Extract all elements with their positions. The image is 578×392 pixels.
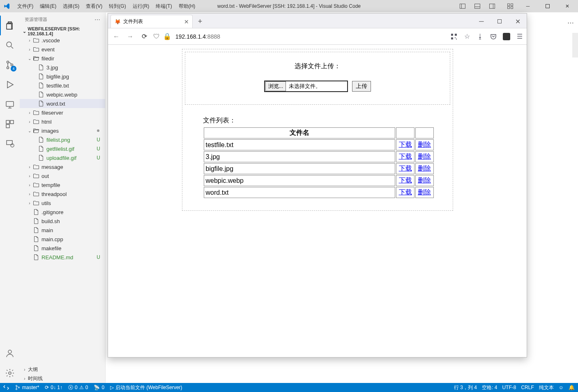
status-feedback-icon[interactable]: ☺ [559,384,564,391]
download-link[interactable]: 下载 [399,165,412,172]
status-problems[interactable]: ⓧ0⚠0 [68,384,88,391]
status-ports[interactable]: 📡0 [94,385,104,390]
status-lang[interactable]: 纯文本 [539,384,554,391]
tree-file[interactable]: main [20,226,105,235]
tree-folder[interactable]: ›utils [20,198,105,208]
status-remote[interactable] [3,385,9,390]
tree-folder[interactable]: ›threadpool [20,189,105,198]
chevron-icon: ⌄ [26,56,33,61]
activity-account[interactable] [0,344,20,363]
delete-link[interactable]: 删除 [418,165,431,172]
status-spaces[interactable]: 空格: 4 [482,384,497,391]
window-minimize-button[interactable]: ─ [519,0,537,12]
browser-minimize-button[interactable]: ─ [472,15,490,28]
status-position[interactable]: 行 3，列 4 [454,384,477,391]
tree-file[interactable]: getfilelist.gifU [20,144,105,153]
minimap[interactable] [572,33,578,58]
tree-file[interactable]: makefile [20,244,105,253]
download-link[interactable]: 下载 [399,153,412,160]
tree-folder[interactable]: ›tempfile [20,180,105,189]
sidebar-header-more-icon[interactable]: ⋯ [94,16,100,23]
activity-scm[interactable]: 4 [0,55,20,75]
download-link[interactable]: 下载 [399,189,412,196]
tree-folder[interactable]: ›html [20,117,105,126]
layout-sidebarright-icon[interactable] [485,0,499,12]
activity-remote2[interactable] [0,134,20,154]
tree-file[interactable]: main.cpp [20,235,105,244]
status-branch[interactable]: master* [15,385,39,390]
file-input[interactable]: 浏览... 未选择文件。 [264,81,348,92]
tree-file[interactable]: testfile.txt [20,81,105,90]
nav-back-button[interactable]: ← [111,32,121,42]
layout-customize-icon[interactable] [503,0,517,12]
url-bar[interactable]: 192.168.1.4:8888 [175,33,220,40]
nav-reload-button[interactable]: ⟳ [139,32,149,42]
tree-file[interactable]: build.sh [20,217,105,226]
download-link[interactable]: 下载 [399,177,412,184]
status-bell-icon[interactable]: 🔔 [569,384,575,391]
project-section[interactable]: ⌄ WEBFILESERVER [SSH: 192.168.1.4] [20,27,105,36]
nav-forward-button[interactable]: → [125,32,135,42]
downloads-icon[interactable]: ⭳ [477,33,484,40]
layout-sidebarleft-icon[interactable] [456,0,470,12]
tree-folder[interactable]: ›.vscode [20,36,105,45]
activity-search[interactable] [0,35,20,55]
browser-close-button[interactable]: ✕ [509,15,527,28]
activity-extensions[interactable] [0,114,20,134]
activity-explorer[interactable] [0,16,20,35]
menu-item[interactable]: 运行(R) [129,0,153,12]
qr-icon[interactable] [450,33,458,40]
tree-folder[interactable]: ⌄filedir [20,54,105,63]
new-tab-button[interactable]: + [194,16,206,27]
timeline-section[interactable]: ›时间线 [20,374,105,383]
tree-folder[interactable]: ›event [20,45,105,54]
pocket-icon[interactable] [490,33,497,40]
editor-more-icon[interactable]: ⋯ [567,19,574,27]
tree-folder[interactable]: ›out [20,171,105,180]
tree-folder[interactable]: ›fileserver [20,108,105,117]
menu-item[interactable]: 查看(V) [83,0,106,12]
browser-maximize-button[interactable] [490,15,509,28]
delete-link[interactable]: 删除 [418,141,431,148]
lock-icon[interactable]: 🔒 [163,32,171,40]
tree-file[interactable]: uploadfile.gifU [20,153,105,162]
activity-remote[interactable] [0,95,20,114]
menu-item[interactable]: 终端(T) [152,0,175,12]
upload-button[interactable]: 上传 [352,81,371,92]
menu-item[interactable]: 文件(F) [14,0,37,12]
menu-item[interactable]: 帮助(H) [175,0,199,12]
activity-settings[interactable] [0,363,20,383]
delete-link[interactable]: 删除 [418,177,431,184]
tree-file[interactable]: word.txt [20,99,105,108]
delete-link[interactable]: 删除 [418,153,431,160]
delete-link[interactable]: 删除 [418,189,431,196]
bookmark-star-icon[interactable]: ☆ [463,33,471,40]
tree-file[interactable]: .gitignore [20,208,105,217]
browser-tab[interactable]: 文件列表 ✕ [111,15,193,28]
tab-close-icon[interactable]: ✕ [184,18,189,25]
outline-section[interactable]: ›大纲 [20,365,105,374]
tree-file[interactable]: webpic.webp [20,90,105,99]
tree-file[interactable]: bigfile.jpg [20,72,105,81]
tree-file[interactable]: filelist.pngU [20,135,105,144]
status-encoding[interactable]: UTF-8 [502,384,516,391]
status-launch[interactable]: ▷启动当前文件 (WebFileServer) [110,384,182,391]
hamburger-menu-icon[interactable]: ☰ [516,33,523,40]
window-close-button[interactable]: ✕ [558,0,576,12]
menu-item[interactable]: 选择(S) [60,0,83,12]
menu-item[interactable]: 编辑(E) [37,0,60,12]
tree-folder[interactable]: ›message [20,162,105,171]
tree-file[interactable]: README.mdU [20,253,105,262]
window-maximize-button[interactable] [539,0,557,12]
status-sync[interactable]: ⟳0↓ 1↑ [45,385,62,390]
activity-run[interactable] [0,75,20,95]
tree-folder[interactable]: ⌄images [20,126,105,135]
status-eol[interactable]: CRLF [521,384,534,391]
menu-item[interactable]: 转到(G) [106,0,129,12]
browse-button[interactable]: 浏览... [265,81,286,91]
layout-panelbottom-icon[interactable] [470,0,484,12]
shield-icon[interactable]: 🛡 [153,33,160,40]
tree-file[interactable]: 3.jpg [20,63,105,72]
extension-icon[interactable] [503,33,510,40]
download-link[interactable]: 下载 [399,141,412,148]
